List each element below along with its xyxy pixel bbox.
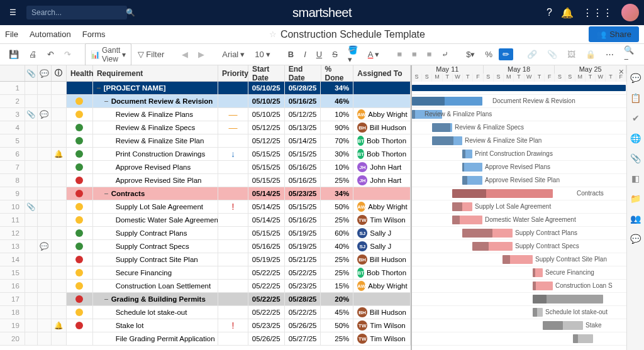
cell-health[interactable]: [67, 214, 93, 226]
cell-requirement[interactable]: Print Construction Drawings: [93, 148, 218, 160]
cell-health[interactable]: [67, 148, 93, 160]
cell-priority[interactable]: [218, 332, 248, 345]
row-attachment[interactable]: [25, 227, 38, 239]
row-number[interactable]: 1: [0, 82, 25, 94]
row-attachment[interactable]: [25, 134, 38, 147]
cell-end-date[interactable]: 05/19/25: [285, 227, 321, 239]
search-box[interactable]: 🔍: [26, 6, 127, 19]
rail-proof-icon[interactable]: ✔: [632, 113, 640, 123]
gantt-row[interactable]: Print Construction Drawings: [412, 148, 626, 161]
cell-requirement[interactable]: Approve Revised Site Plan: [93, 174, 218, 187]
cell-done[interactable]: 34%: [321, 187, 353, 200]
cell-end-date[interactable]: 05/12/25: [285, 108, 321, 121]
indent-icon[interactable]: ▶: [194, 47, 208, 62]
row-number[interactable]: 6: [0, 148, 25, 160]
cell-start-date[interactable]: 05/23/25: [248, 319, 285, 332]
table-row[interactable]: 3📎💬Review & Finalize Plans—05/10/2505/12…: [0, 108, 411, 121]
cell-start-date[interactable]: 05/14/25: [248, 200, 285, 213]
header-attachment[interactable]: 📎: [25, 65, 38, 81]
cell-assigned[interactable]: JHJohn Hart: [353, 174, 411, 187]
gantt-area[interactable]: × May 11May 18May 25 SSMTWTFSSMTWTFSSMTW…: [412, 65, 626, 350]
row-reminder[interactable]: [52, 161, 67, 173]
cell-priority[interactable]: [218, 174, 248, 187]
cell-assigned[interactable]: AWAbby Wright: [353, 108, 411, 121]
cell-health[interactable]: [67, 134, 93, 147]
row-reminder[interactable]: [52, 121, 67, 134]
cell-done[interactable]: 40%: [321, 240, 353, 253]
cell-requirement[interactable]: Secure Financing: [93, 266, 218, 279]
row-attachment[interactable]: 📎: [25, 200, 38, 213]
cell-end-date[interactable]: 05/21/25: [285, 253, 321, 266]
table-row[interactable]: 14Supply Contract Site Plan05/19/2505/21…: [0, 253, 411, 266]
cell-start-date[interactable]: 05/14/25: [248, 187, 285, 200]
wrap-icon[interactable]: ⤶: [438, 47, 452, 62]
table-row[interactable]: 2−Document Review & Revision05/10/2505/1…: [0, 95, 411, 108]
row-conversation[interactable]: 💬: [38, 108, 52, 121]
cell-done[interactable]: 30%: [321, 148, 353, 160]
rail-resource-icon[interactable]: 👥: [630, 214, 641, 224]
user-avatar[interactable]: [621, 4, 639, 21]
cell-priority[interactable]: [218, 214, 248, 226]
row-number[interactable]: 20: [0, 332, 25, 345]
cell-start-date[interactable]: 05/26/25: [248, 332, 285, 345]
gantt-bar[interactable]: [543, 321, 583, 330]
row-reminder[interactable]: [52, 174, 67, 187]
gantt-row[interactable]: Construction Loan S: [412, 280, 626, 293]
table-row[interactable]: 5Review & Finalize Site Plan05/12/2505/1…: [0, 134, 411, 148]
row-conversation[interactable]: [38, 332, 52, 345]
cell-start-date[interactable]: 05/22/25: [248, 280, 285, 292]
row-conversation[interactable]: [38, 174, 52, 187]
gantt-row[interactable]: Supply Contract Site Plan: [412, 253, 626, 266]
cell-priority[interactable]: [218, 134, 248, 147]
cell-health[interactable]: [67, 161, 93, 173]
table-row[interactable]: 13💬Supply Contract Specs05/16/2505/19/25…: [0, 240, 411, 253]
cell-assigned[interactable]: BHBill Hudson: [353, 121, 411, 134]
header-start-date[interactable]: Start Date: [248, 65, 285, 81]
cell-health[interactable]: [67, 266, 93, 279]
gantt-bar[interactable]: [452, 216, 482, 224]
cell-end-date[interactable]: 05/27/25: [285, 332, 321, 345]
cell-health[interactable]: [67, 187, 93, 200]
fill-color-icon[interactable]: 🪣▾: [344, 43, 362, 67]
header-end-date[interactable]: End Date: [285, 65, 321, 81]
menu-automation[interactable]: Automation: [30, 30, 71, 39]
row-attachment[interactable]: [25, 187, 38, 200]
cell-done[interactable]: 60%: [321, 227, 353, 239]
apps-icon[interactable]: ⋮⋮⋮: [582, 7, 613, 19]
row-reminder[interactable]: 🔔: [52, 148, 67, 160]
row-conversation[interactable]: [38, 95, 52, 107]
cell-assigned[interactable]: AWAbby Wright: [353, 280, 411, 292]
row-attachment[interactable]: [25, 266, 38, 279]
cell-health[interactable]: [67, 200, 93, 213]
row-reminder[interactable]: [52, 332, 67, 345]
row-number[interactable]: 17: [0, 293, 25, 305]
row-conversation[interactable]: [38, 82, 52, 94]
row-reminder[interactable]: [52, 293, 67, 305]
view-selector[interactable]: 📊 Gantt View ▾: [85, 43, 131, 66]
table-row[interactable]: 12Supply Contract Plans05/15/2505/19/256…: [0, 227, 411, 240]
cell-requirement[interactable]: File Grading Permit Application: [93, 332, 218, 345]
gantt-row[interactable]: Contracts: [412, 187, 626, 200]
expand-icon[interactable]: −: [104, 189, 109, 198]
cell-start-date[interactable]: 05/12/25: [248, 121, 285, 134]
cell-start-date[interactable]: 05/15/25: [248, 161, 285, 173]
row-reminder[interactable]: [52, 200, 67, 213]
gantt-bar[interactable]: [462, 229, 513, 238]
cell-assigned[interactable]: [353, 187, 411, 200]
gantt-row[interactable]: Schedule lot stake-out: [412, 306, 626, 319]
cell-end-date[interactable]: 05/16/25: [285, 161, 321, 173]
search-input[interactable]: [31, 8, 126, 17]
gantt-bar[interactable]: [462, 150, 472, 158]
cell-requirement[interactable]: Approve Revised Plans: [93, 161, 218, 173]
row-reminder[interactable]: [52, 82, 67, 94]
table-row[interactable]: 18Schedule lot stake-out05/22/2505/22/25…: [0, 306, 411, 319]
row-conversation[interactable]: [38, 280, 52, 292]
row-number[interactable]: 10: [0, 200, 25, 213]
cell-start-date[interactable]: 05/10/25: [248, 95, 285, 107]
cell-end-date[interactable]: 05/13/25: [285, 121, 321, 134]
row-reminder[interactable]: [52, 134, 67, 147]
expand-icon[interactable]: −: [104, 295, 109, 304]
cell-start-date[interactable]: 05/15/25: [248, 148, 285, 160]
cell-done[interactable]: 25%: [321, 174, 353, 187]
row-number[interactable]: 3: [0, 108, 25, 121]
